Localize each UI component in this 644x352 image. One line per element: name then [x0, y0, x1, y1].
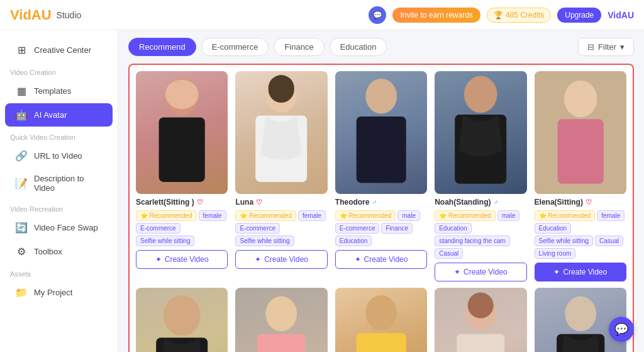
logo-vid: Vid — [10, 7, 31, 23]
section-video-creation: Video Creation — [0, 62, 118, 79]
avatar-name-theodore: Theodore ♂ — [335, 198, 427, 207]
templates-icon: ▦ — [15, 85, 28, 97]
avatar-name-luna: Luna ♡ — [235, 198, 327, 207]
header-actions: 💬 Invite to earn rewards 🏆 485 Credits U… — [369, 6, 634, 24]
avatar-card-theodore[interactable]: Theodore ♂ ⭐ Recommended male E-commerce… — [335, 71, 427, 281]
section-assets: Assets — [0, 264, 118, 280]
sidebar-label-my-project: My Project — [34, 288, 72, 297]
avatar-image-theodore — [335, 71, 427, 194]
sparkle-icon: ✦ — [255, 255, 261, 264]
sidebar-label-ai-avatar: AI Avatar — [34, 110, 67, 120]
chevron-down-icon: ▾ — [620, 42, 625, 52]
svg-point-22 — [565, 297, 596, 332]
svg-point-6 — [365, 79, 397, 114]
sidebar-label-templates: Templates — [34, 86, 71, 96]
sidebar: ⊞ Creative Center Video Creation ▦ Templ… — [0, 30, 118, 352]
tag-education: Education — [335, 236, 372, 246]
toolbox-icon: ⚙ — [15, 246, 28, 258]
description-icon: 📝 — [15, 178, 28, 190]
create-video-luna[interactable]: ✦ Create Video — [235, 250, 327, 269]
filter-label: Filter — [598, 42, 616, 52]
avatar-card-elena[interactable]: Elena(Sitting) ♡ ⭐ Recommended female Ed… — [535, 71, 626, 281]
ai-avatar-icon: 🤖 — [15, 109, 28, 121]
svg-point-15 — [266, 297, 297, 332]
sidebar-item-my-project[interactable]: 📁 My Project — [5, 281, 113, 304]
create-video-scarlett[interactable]: ✦ Create Video — [136, 250, 228, 269]
studio-label: Studio — [57, 10, 82, 20]
tab-education[interactable]: Education — [330, 38, 387, 56]
avatar-card-r2-2[interactable] — [235, 288, 327, 352]
section-video-recreation: Video Recreation — [0, 199, 118, 215]
create-video-elena[interactable]: ✦ Create Video — [535, 263, 626, 281]
tag-education: Education — [535, 223, 571, 234]
logo-au: AU — [31, 7, 52, 23]
avatar-card-r2-1[interactable] — [136, 288, 228, 352]
filter-tabs: Recommend E-commerce Finance Education — [128, 38, 387, 56]
svg-point-8 — [464, 76, 497, 113]
avatar-name-noah: Noah(Standing) ♂ — [435, 198, 526, 207]
avatar-tags-scarlett: ⭐ Recommended female E-commerce Selfie w… — [136, 210, 228, 246]
tab-recommend[interactable]: Recommend — [128, 38, 196, 56]
sidebar-item-templates[interactable]: ▦ Templates — [5, 79, 113, 103]
tag-recommended: ⭐ Recommended — [335, 210, 396, 221]
sparkle-icon: ✦ — [355, 255, 361, 264]
avatar-name-scarlett: Scarlett(Sitting ) ♡ — [136, 198, 228, 207]
app-header: VidAU Studio 💬 Invite to earn rewards 🏆 … — [0, 0, 644, 30]
tag-finance: Finance — [381, 223, 413, 234]
tag-ecommerce: E-commerce — [136, 223, 180, 234]
avatar-card-r2-3[interactable] — [335, 288, 427, 352]
sidebar-item-creative-center[interactable]: ⊞ Creative Center — [5, 38, 113, 62]
sidebar-item-ai-avatar[interactable]: 🤖 AI Avatar — [5, 103, 113, 127]
grid-icon: ⊞ — [15, 44, 28, 56]
folder-icon: 📁 — [15, 287, 28, 298]
heart-icon-scarlett: ♡ — [197, 198, 203, 207]
svg-point-11 — [564, 81, 597, 118]
tag-recommended: ⭐ Recommended — [435, 210, 496, 221]
avatar-image-r2-1 — [136, 288, 228, 352]
tag-casual: Casual — [595, 236, 623, 246]
avatar-image-r2-3 — [335, 288, 427, 352]
chat-button[interactable]: 💬 — [609, 317, 634, 342]
upgrade-button[interactable]: Upgrade — [557, 8, 601, 23]
avatar-card-r2-4[interactable] — [435, 288, 526, 352]
sparkle-icon: ✦ — [155, 255, 162, 264]
sidebar-label-creative-center: Creative Center — [34, 45, 91, 55]
svg-point-17 — [365, 295, 397, 331]
svg-rect-5 — [269, 75, 294, 103]
tag-selfie: Selfie while sitting — [235, 236, 294, 246]
avatar-card-scarlett[interactable]: Scarlett(Sitting ) ♡ ⭐ Recommended femal… — [136, 71, 228, 281]
avatar-card-luna[interactable]: Luna ♡ ⭐ Recommended female E-commerce S… — [235, 71, 327, 281]
tag-female: female — [298, 210, 326, 221]
avatars-row-2 — [130, 288, 633, 352]
tag-casual: Casual — [435, 248, 463, 259]
avatar-image-elena — [535, 71, 626, 194]
create-video-theodore[interactable]: ✦ Create Video — [335, 250, 427, 269]
invite-button[interactable]: Invite to earn rewards — [392, 8, 480, 23]
tab-ecommerce[interactable]: E-commerce — [201, 38, 269, 56]
create-video-noah[interactable]: ✦ Create Video — [435, 263, 526, 281]
avatar-tags-elena: ⭐ Recommended female Education Selfie wh… — [535, 210, 626, 259]
sparkle-icon: ✦ — [454, 268, 460, 276]
section-quick-video: Quick Video Creation — [0, 127, 118, 144]
svg-rect-21 — [468, 293, 494, 319]
tag-female: female — [199, 210, 226, 221]
sidebar-item-toolbox[interactable]: ⚙ Toolbox — [5, 240, 113, 263]
tag-ecommerce: E-commerce — [235, 223, 280, 234]
tab-finance[interactable]: Finance — [274, 38, 324, 56]
sidebar-item-url-to-video[interactable]: 🔗 URL to Video — [5, 144, 113, 167]
sidebar-item-description-to-video[interactable]: 📝 Description to Video — [5, 168, 113, 198]
avatar-card-noah[interactable]: Noah(Standing) ♂ ⭐ Recommended male Educ… — [435, 71, 526, 281]
main-layout: ⊞ Creative Center Video Creation ▦ Templ… — [0, 30, 644, 352]
credits-count: 485 Credits — [506, 11, 544, 20]
sidebar-label-url-to-video: URL to Video — [34, 151, 82, 161]
heart-icon-luna: ♡ — [256, 198, 262, 207]
tag-recommended: ⭐ Recommended — [535, 210, 596, 221]
filter-button[interactable]: ⊟ Filter ▾ — [578, 38, 634, 56]
credits-badge: 🏆 485 Credits — [487, 8, 551, 23]
avatar-image-scarlett — [136, 71, 228, 194]
credits-icon: 🏆 — [494, 11, 503, 20]
discord-button[interactable]: 💬 — [369, 6, 386, 24]
tag-male: male — [497, 210, 520, 221]
sidebar-item-face-swap[interactable]: 🔄 Video Face Swap — [5, 216, 113, 239]
filter-bar: Recommend E-commerce Finance Education ⊟… — [128, 38, 634, 56]
